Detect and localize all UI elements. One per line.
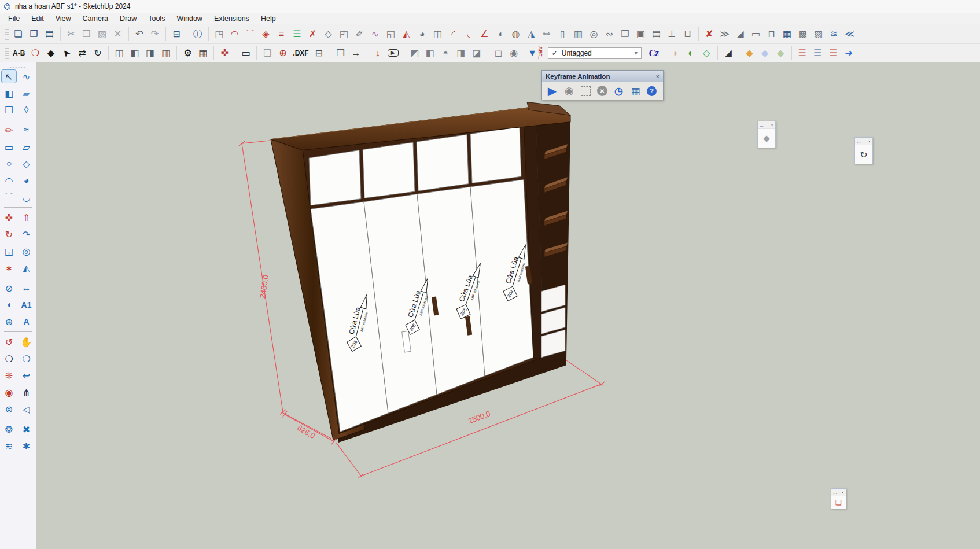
export-video-button[interactable]: ▦ [628, 84, 643, 98]
arrow-export-button[interactable]: → [348, 46, 364, 60]
abf-cut-tool[interactable]: ◭ [399, 27, 414, 41]
menu-camera[interactable]: Camera [77, 13, 114, 24]
abf-polygon-tool[interactable]: ◇ [320, 27, 336, 41]
toolbar-grip[interactable] [5, 28, 9, 40]
previous-view-tool[interactable]: ↩ [19, 369, 34, 382]
abf-cross-red[interactable]: ✘ [698, 27, 717, 41]
flip-tool[interactable]: ◭ [19, 261, 34, 275]
view-plane-tool[interactable]: ◁ [19, 402, 34, 416]
zoom-window-tool[interactable]: ❍ [19, 352, 34, 366]
layers-blue-button[interactable]: ☰ [810, 46, 826, 60]
look-around-tool[interactable]: ⊚ [1, 402, 17, 416]
undo-button[interactable]: ↶ [128, 27, 147, 41]
3d-text-tool[interactable]: A [19, 315, 34, 329]
abf-ramp-tool[interactable]: ◢ [732, 27, 748, 41]
circle-tool[interactable]: ○ [1, 157, 17, 171]
arc-tool[interactable]: ◠ [1, 174, 17, 187]
zoom-tool[interactable]: ❍ [1, 352, 17, 366]
save-button[interactable]: ▤ [42, 27, 57, 41]
abf-gear-tool[interactable]: ✱ [19, 439, 34, 453]
paint-bucket-tool[interactable]: ◧ [1, 86, 17, 100]
abf-snap-tool[interactable]: ✗ [305, 27, 320, 41]
abf-layers-tool[interactable]: ≋ [1, 439, 17, 453]
move-snap-button[interactable]: ✜ [213, 46, 232, 60]
abf-xray-tool[interactable]: ✖ [19, 422, 34, 436]
orbit-tool-icon[interactable]: ↻ [860, 149, 867, 160]
menu-view[interactable]: View [50, 13, 77, 24]
push-pull-tool[interactable]: ⇑ [19, 211, 34, 224]
panel-dots[interactable]: ... [833, 490, 837, 495]
gem-render-button[interactable]: ◇ [699, 46, 714, 60]
side-drawers[interactable] [541, 285, 565, 358]
solid-tool-icon[interactable]: ◆ [763, 133, 770, 143]
redo-button[interactable]: ↷ [147, 27, 163, 41]
select-cursor-button[interactable]: ➤ [58, 46, 74, 60]
help-button[interactable]: ? [647, 86, 657, 96]
copy-button[interactable]: ❒ [79, 27, 94, 41]
abf-corner-line[interactable]: ◟ [461, 27, 477, 41]
cutlist-table-button[interactable]: ▦ [195, 46, 211, 60]
abf-pipe-tool[interactable]: ∿ [367, 27, 383, 41]
menu-draw[interactable]: Draw [114, 13, 142, 24]
layers-query-button[interactable]: ☰ [826, 46, 841, 60]
close-icon[interactable]: × [771, 123, 773, 128]
abf-box-tool[interactable]: ◰ [336, 27, 352, 41]
abf-panel-hole[interactable]: ▣ [633, 27, 649, 41]
pan-tool[interactable]: ✋ [19, 335, 34, 349]
abf-frame-tool[interactable]: ▭ [748, 27, 764, 41]
menu-extensions[interactable]: Extensions [208, 13, 255, 24]
keyframe-panel-header[interactable]: Keyframe Animation × [542, 71, 663, 82]
text-tool[interactable]: A1 [19, 298, 34, 312]
rect-frame-button[interactable]: ▭ [235, 46, 253, 60]
open-button[interactable]: ❐ [26, 27, 42, 41]
print-button[interactable]: ⊟ [165, 27, 184, 41]
panel-dots[interactable]: ... [857, 139, 861, 144]
settings-gear-button[interactable]: ⚙ [176, 46, 195, 60]
dimension-tool[interactable]: ↔ [19, 281, 34, 295]
abf-nesting-tool[interactable]: ▼ ABF_ [525, 46, 543, 60]
follow-me-tool[interactable]: ↷ [19, 227, 34, 241]
play-button[interactable]: ▶ [545, 84, 559, 98]
abf-cone-tool[interactable]: ◮ [524, 27, 539, 41]
abf-column-tool[interactable]: ▯ [555, 27, 570, 41]
import-down-button[interactable]: ↓ [367, 46, 385, 60]
box-3d-button[interactable]: ❒ [330, 46, 348, 60]
axes-tool[interactable]: ∗ [1, 261, 17, 275]
rotate-tool[interactable]: ↻ [1, 227, 17, 241]
line-tool[interactable]: ✏ [1, 123, 17, 137]
cancel-button[interactable]: ✕ [597, 86, 607, 96]
close-icon[interactable]: × [656, 73, 660, 80]
abf-angle-tool[interactable]: ∠ [477, 27, 492, 41]
mirror-left-button[interactable]: ◧ [127, 46, 142, 60]
abf-shelf-tool[interactable]: ▤ [649, 27, 664, 41]
distribute-button[interactable]: ▥ [158, 46, 174, 60]
mirror-door-button[interactable]: ◫ [108, 46, 127, 60]
palette-grip[interactable]: •••••• [2, 65, 34, 69]
play-scene-button[interactable]: ▶ [385, 46, 401, 60]
axes-compass-tool[interactable]: ⊕ [1, 315, 17, 329]
paste-button[interactable]: ▧ [94, 27, 110, 41]
move-tool[interactable]: ✜ [1, 211, 17, 224]
abf-cap-tool[interactable]: ◱ [383, 27, 399, 41]
menu-tools[interactable]: Tools [142, 13, 171, 24]
menu-help[interactable]: Help [255, 13, 282, 24]
print-layout-button[interactable]: ⊟ [311, 46, 327, 60]
corner-cube-green[interactable]: ◆ [773, 46, 789, 60]
scale-tool[interactable]: ◲ [1, 244, 17, 258]
view-iso-button[interactable]: ◩ [404, 46, 422, 60]
select-keyframes-button[interactable] [581, 86, 591, 96]
abf-layers-red[interactable]: ≡ [274, 27, 289, 41]
timing-button[interactable]: ◷ [611, 84, 626, 98]
menu-window[interactable]: Window [171, 13, 208, 24]
abf-clip-tool[interactable]: ⊓ [764, 27, 779, 41]
abf-arc-tool[interactable]: ◠ [227, 27, 242, 41]
view-front-button[interactable]: ◧ [422, 46, 438, 60]
menu-edit[interactable]: Edit [25, 13, 50, 24]
abf-export-box[interactable]: ◫ [430, 27, 445, 41]
abf-layers-color[interactable]: ☰ [289, 27, 305, 41]
search-button[interactable]: ❍ [27, 46, 43, 60]
rectangle-tool[interactable]: ▭ [1, 140, 17, 154]
dxf-export-button[interactable]: .DXF [290, 46, 311, 60]
rotate-button[interactable]: ↻ [90, 46, 105, 60]
abf-pen-tool[interactable]: ✐ [352, 27, 367, 41]
